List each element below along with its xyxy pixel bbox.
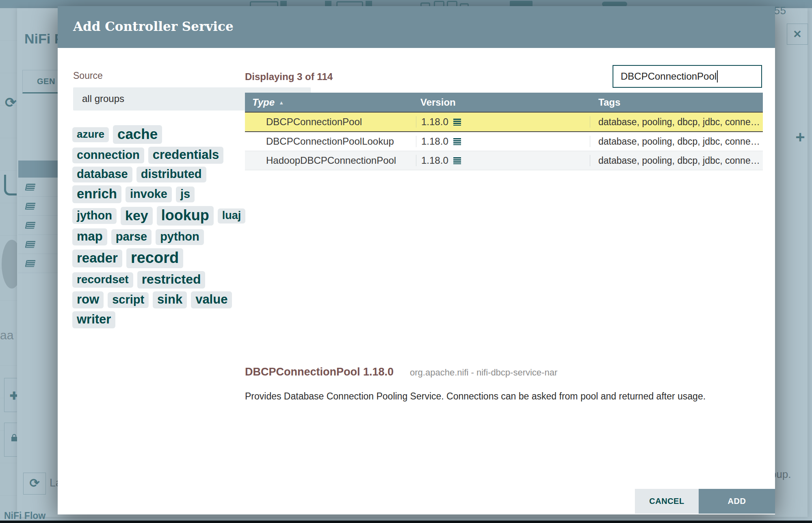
version-value: 1.18.0: [421, 155, 448, 166]
cell-type: DBCPConnectionPool: [245, 116, 416, 128]
tag-recordset[interactable]: recordset: [72, 272, 133, 288]
column-header-version[interactable]: Version: [416, 97, 590, 108]
selected-service-detail: DBCPConnectionPool 1.18.0 org.apache.nif…: [245, 366, 557, 378]
cell-tags: database, pooling, dbcp, jdbc, connec…: [590, 117, 763, 128]
screen-bottom-edge: [0, 521, 812, 523]
services-table: Type▲ Version Tags DBCPConnectionPool1.1…: [245, 93, 763, 170]
tag-distributed[interactable]: distributed: [136, 167, 206, 182]
column-header-type-label: Type: [252, 97, 275, 108]
text-caret: [717, 70, 718, 82]
tag-row: readerrecord: [72, 248, 259, 268]
cell-version: 1.18.0: [416, 136, 590, 147]
version-value: 1.18.0: [421, 116, 448, 128]
table-row[interactable]: DBCPConnectionPoolLookup1.18.0database, …: [245, 132, 763, 151]
tag-row: writer: [72, 311, 259, 328]
table-row[interactable]: DBCPConnectionPool1.18.0database, poolin…: [245, 112, 763, 132]
tag-row: recordsetrestricted: [72, 271, 259, 289]
tag-database[interactable]: database: [72, 167, 132, 182]
tag-writer[interactable]: writer: [72, 311, 115, 328]
search-input[interactable]: DBCPConnectionPool: [613, 65, 762, 88]
tag-row: enrichinvokejs: [72, 185, 259, 203]
source-selected-value: all groups: [82, 93, 124, 104]
list-icon: [453, 157, 461, 164]
tag-script[interactable]: script: [108, 292, 149, 308]
tag-row: rowscriptsinkvalue: [72, 291, 259, 308]
tag-row: databasedistributed: [72, 167, 259, 182]
tag-cache[interactable]: cache: [113, 125, 162, 144]
sort-asc-icon: ▲: [279, 100, 284, 106]
list-icon: [453, 138, 461, 145]
cell-version: 1.18.0: [416, 155, 590, 166]
services-table-header: Type▲ Version Tags: [245, 93, 763, 112]
displaying-count: Displaying 3 of 114: [245, 71, 333, 82]
table-row[interactable]: HadoopDBCPConnectionPool1.18.0database, …: [245, 151, 763, 170]
cell-version: 1.18.0: [416, 116, 590, 128]
tag-js[interactable]: js: [176, 187, 195, 202]
tag-invoke[interactable]: invoke: [126, 187, 172, 202]
cell-type: HadoopDBCPConnectionPool: [245, 155, 416, 166]
detail-description: Provides Database Connection Pooling Ser…: [245, 391, 773, 402]
detail-bundle: org.apache.nifi - nifi-dbcp-service-nar: [410, 367, 557, 378]
tag-map[interactable]: map: [72, 228, 107, 245]
tag-reader[interactable]: reader: [72, 250, 122, 267]
tag-row: mapparsepython: [72, 228, 259, 245]
dialog-title: Add Controller Service: [58, 6, 775, 34]
detail-title: DBCPConnectionPool 1.18.0: [245, 366, 394, 378]
tag-parse[interactable]: parse: [111, 229, 152, 245]
tag-luaj[interactable]: luaj: [218, 208, 246, 224]
cell-tags: database, pooling, dbcp, jdbc, connec…: [590, 155, 763, 166]
tag-jython[interactable]: jython: [72, 208, 117, 224]
add-controller-service-dialog: Add Controller Service Source all groups…: [58, 6, 775, 514]
tag-azure[interactable]: azure: [72, 127, 109, 142]
tag-cloud: azurecacheconnectioncredentialsdatabased…: [72, 125, 259, 331]
tag-sink[interactable]: sink: [153, 291, 187, 308]
tag-connection[interactable]: connection: [72, 148, 144, 163]
tag-row[interactable]: row: [72, 291, 104, 308]
search-value: DBCPConnectionPool: [621, 71, 717, 82]
services-table-body: DBCPConnectionPool1.18.0database, poolin…: [245, 112, 763, 170]
source-label: Source: [73, 70, 103, 81]
tag-record[interactable]: record: [126, 248, 183, 268]
tag-value[interactable]: value: [191, 291, 232, 308]
tag-credentials[interactable]: credentials: [148, 147, 224, 164]
tag-row: jythonkeylookupluaj: [72, 206, 259, 226]
column-header-tags[interactable]: Tags: [590, 97, 763, 108]
dialog-header: Add Controller Service: [58, 6, 775, 48]
tag-lookup[interactable]: lookup: [157, 206, 214, 226]
tag-python[interactable]: python: [156, 229, 204, 245]
tag-enrich[interactable]: enrich: [72, 185, 121, 203]
tag-row: connectioncredentials: [72, 147, 259, 164]
version-value: 1.18.0: [421, 136, 448, 147]
cell-type: DBCPConnectionPoolLookup: [245, 136, 416, 147]
tag-restricted[interactable]: restricted: [137, 271, 206, 289]
cell-tags: database, pooling, dbcp, jdbc, connec…: [590, 136, 763, 147]
cancel-button[interactable]: CANCEL: [635, 489, 699, 514]
column-header-type[interactable]: Type▲: [245, 97, 416, 108]
tag-key[interactable]: key: [121, 207, 153, 225]
tag-row: azurecache: [72, 125, 259, 144]
list-icon: [453, 119, 461, 126]
add-button[interactable]: ADD: [699, 489, 775, 514]
